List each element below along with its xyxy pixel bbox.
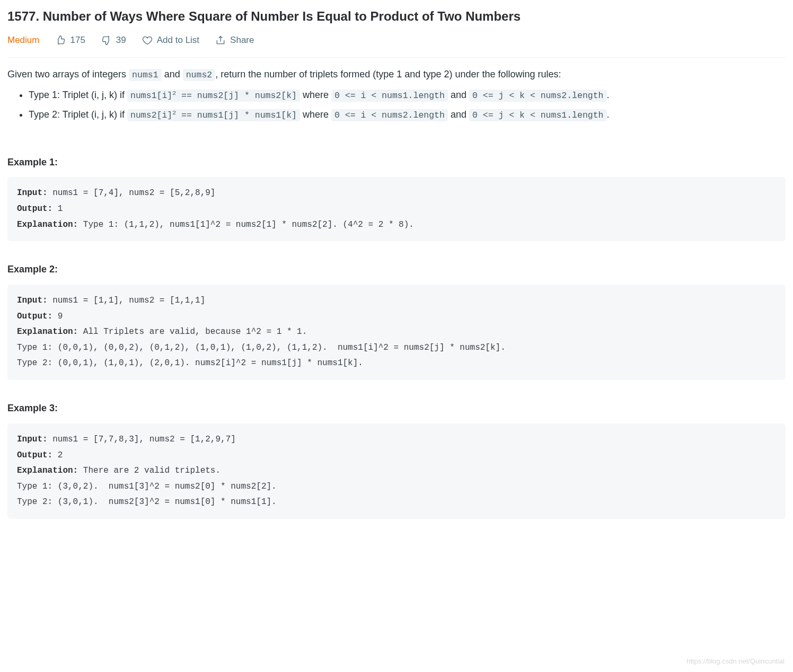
rule-text: where	[300, 90, 331, 100]
intro-paragraph: Given two arrays of integers nums1 and n…	[7, 67, 786, 82]
explanation-label: Explanation:	[17, 466, 78, 475]
example-1-block: Input: nums1 = [7,4], nums2 = [5,2,8,9] …	[7, 177, 786, 241]
dislike-count: 39	[116, 33, 126, 47]
intro-text: Given two arrays of integers	[7, 69, 129, 79]
example-2-heading: Example 2:	[7, 262, 786, 277]
intro-text: , return the number of triplets formed (…	[215, 69, 561, 79]
dislike-button[interactable]: 39	[101, 33, 126, 47]
code-part: == nums1[j] * nums1[k]	[176, 110, 297, 120]
difficulty-badge: Medium	[7, 33, 39, 47]
input-label: Input:	[17, 188, 48, 198]
rule-text: .	[607, 109, 610, 120]
output-label: Output:	[17, 450, 52, 460]
example-2-block: Input: nums1 = [1,1], nums2 = [1,1,1] Ou…	[7, 285, 786, 380]
input-label: Input:	[17, 435, 48, 444]
rule-text: where	[300, 109, 331, 120]
code-part: == nums2[j] * nums2[k]	[176, 91, 297, 101]
share-icon	[215, 35, 226, 46]
explanation-label: Explanation:	[17, 327, 78, 337]
problem-title: 1577. Number of Ways Where Square of Num…	[7, 6, 786, 26]
input-value: nums1 = [7,4], nums2 = [5,2,8,9]	[48, 188, 216, 198]
explanation-value: There are 2 valid triplets.	[78, 466, 221, 475]
code-nums2: nums2	[183, 69, 216, 81]
rule-text: Type 2: Triplet (i, j, k) if	[29, 109, 127, 120]
input-value: nums1 = [1,1], nums2 = [1,1,1]	[48, 296, 206, 305]
code-cond: 0 <= i < nums2.length	[331, 109, 448, 121]
example-3-heading: Example 3:	[7, 401, 786, 416]
code-cond: 0 <= j < k < nums1.length	[469, 109, 607, 121]
thumbs-down-icon	[101, 35, 112, 46]
like-count: 175	[70, 33, 85, 47]
like-button[interactable]: 175	[55, 33, 85, 47]
code-cond: 0 <= i < nums1.length	[331, 90, 448, 102]
code-expr: nums1[i]2 == nums2[j] * nums2[k]	[127, 90, 300, 102]
share-button[interactable]: Share	[215, 33, 254, 47]
code-part: nums1[i]	[130, 91, 172, 101]
rule-type2: Type 2: Triplet (i, j, k) if nums2[i]2 =…	[29, 107, 786, 123]
explanation-value: All Triplets are valid, because 1^2 = 1 …	[78, 327, 307, 337]
code-expr: nums2[i]2 == nums1[j] * nums1[k]	[127, 109, 300, 121]
explanation-value: Type 2: (0,0,1), (1,0,1), (2,0,1). nums2…	[17, 358, 363, 368]
explanation-value: Type 2: (3,0,1). nums2[3]^2 = nums1[0] *…	[17, 497, 277, 507]
rule-text: and	[448, 109, 469, 120]
explanation-value: Type 1: (1,1,2), nums1[1]^2 = nums2[1] *…	[78, 220, 414, 229]
rule-text: Type 1: Triplet (i, j, k) if	[29, 90, 127, 100]
output-label: Output:	[17, 312, 52, 321]
input-value: nums1 = [7,7,8,3], nums2 = [1,2,9,7]	[48, 435, 236, 444]
add-to-list-button[interactable]: Add to List	[142, 33, 199, 47]
heart-icon	[142, 35, 153, 46]
rules-list: Type 1: Triplet (i, j, k) if nums1[i]2 =…	[7, 87, 786, 123]
example-1-heading: Example 1:	[7, 155, 786, 170]
explanation-label: Explanation:	[17, 220, 78, 229]
explanation-value: Type 1: (0,0,1), (0,0,2), (0,1,2), (1,0,…	[17, 343, 506, 352]
meta-row: Medium 175 39 Add to List Share	[7, 33, 786, 57]
output-value: 9	[52, 312, 63, 321]
code-cond: 0 <= j < k < nums2.length	[469, 90, 607, 102]
share-label: Share	[230, 33, 254, 47]
output-value: 2	[52, 450, 63, 460]
rule-text: and	[448, 90, 469, 100]
problem-description: Given two arrays of integers nums1 and n…	[7, 67, 786, 123]
code-nums1: nums1	[129, 69, 162, 81]
output-value: 1	[52, 204, 63, 214]
output-label: Output:	[17, 204, 52, 214]
intro-text: and	[162, 69, 183, 79]
add-to-list-label: Add to List	[157, 33, 199, 47]
code-part: nums2[i]	[130, 110, 172, 120]
rule-text: .	[607, 90, 610, 100]
explanation-value: Type 1: (3,0,2). nums1[3]^2 = nums2[0] *…	[17, 482, 277, 491]
input-label: Input:	[17, 296, 48, 305]
rule-type1: Type 1: Triplet (i, j, k) if nums1[i]2 =…	[29, 87, 786, 103]
example-3-block: Input: nums1 = [7,7,8,3], nums2 = [1,2,9…	[7, 423, 786, 519]
thumbs-up-icon	[55, 35, 66, 46]
